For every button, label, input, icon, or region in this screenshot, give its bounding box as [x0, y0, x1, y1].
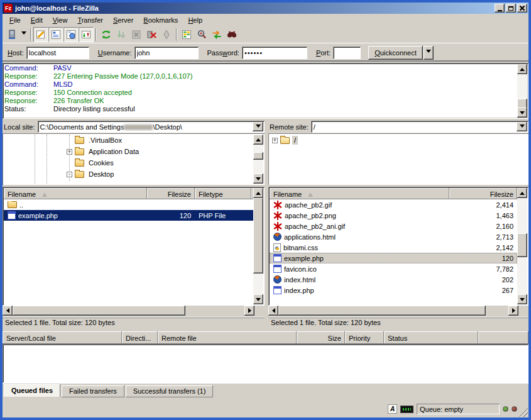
remote-file-row[interactable]: bitnami.css 2,142 [270, 242, 517, 253]
menu-view[interactable]: View [48, 15, 72, 25]
tree-item-virtualbox[interactable]: .VirtualBox [4, 135, 252, 146]
minimize-button[interactable] [495, 4, 505, 13]
column-header-filesize[interactable]: Filesize [449, 188, 517, 199]
toggle-message-log-button[interactable] [33, 27, 48, 42]
remote-horizontal-scrollbar[interactable] [268, 306, 518, 316]
directory-comparison-button[interactable] [179, 27, 194, 42]
column-header-direction[interactable]: Directi... [122, 331, 158, 344]
menu-bookmarks[interactable]: Bookmarks [139, 15, 182, 25]
port-input[interactable] [333, 47, 361, 59]
scroll-thumb[interactable] [517, 233, 527, 257]
column-header-size[interactable]: Size [297, 331, 345, 344]
scroll-down-button[interactable] [517, 108, 527, 118]
menu-edit[interactable]: Edit [26, 15, 47, 25]
menu-transfer[interactable]: Transfer [73, 15, 107, 25]
remote-list-scrollbar[interactable] [517, 188, 527, 304]
cancel-operation-button[interactable] [129, 27, 144, 42]
tree-item-desktop[interactable]: -Desktop [4, 169, 252, 180]
toggle-local-tree-button[interactable] [48, 27, 63, 42]
remote-file-row[interactable]: favicon.ico 7,782 [270, 263, 517, 274]
local-file-row-selected[interactable]: example.php 120 PHP File 1 [4, 210, 253, 221]
remote-tree-icon [65, 29, 77, 40]
scroll-right-button[interactable] [508, 306, 518, 316]
remote-file-row[interactable]: applications.html 2,713 [270, 231, 517, 242]
tab-queued-files[interactable]: Queued files [4, 384, 60, 397]
scroll-left-button[interactable] [3, 306, 13, 316]
column-header-filesize[interactable]: Filesize [147, 188, 195, 199]
reconnect-button[interactable] [159, 27, 174, 42]
column-header-status[interactable]: Status [384, 331, 478, 344]
find-files-button[interactable] [194, 27, 209, 42]
column-header-server-local-file[interactable]: Server/Local file [3, 331, 122, 344]
resize-grip[interactable] [519, 408, 528, 417]
arrow-up-icon [256, 189, 261, 195]
arrow-down-icon [520, 298, 525, 304]
disconnect-button[interactable] [144, 27, 159, 42]
image-file-icon [273, 211, 282, 220]
local-file-row-parent[interactable]: .. [4, 199, 253, 210]
column-header-filename[interactable]: Filename [4, 188, 147, 199]
scroll-left-button[interactable] [268, 306, 278, 316]
tree-item-application-data[interactable]: +Application Data [4, 146, 252, 157]
scroll-thumb[interactable] [13, 306, 185, 316]
site-manager-button[interactable] [4, 27, 19, 42]
expand-icon[interactable]: + [272, 138, 278, 143]
menu-help[interactable]: Help [183, 15, 207, 25]
remote-path-dropdown-button[interactable] [517, 122, 527, 131]
synchronized-browsing-button[interactable] [209, 27, 224, 42]
host-input[interactable] [26, 47, 89, 59]
column-header-priority[interactable]: Priority [345, 331, 384, 344]
tree-item-cookies[interactable]: Cookies [4, 157, 252, 169]
remote-file-row[interactable]: index.php 267 [270, 285, 517, 296]
local-tree-scrollbar[interactable] [253, 135, 263, 184]
refresh-button[interactable] [99, 27, 114, 42]
php-file-icon [273, 254, 282, 262]
encryption-indicator-icon[interactable] [400, 406, 413, 413]
column-header-filetype[interactable]: Filetype [195, 188, 251, 199]
scroll-right-button[interactable] [244, 306, 255, 316]
local-path-dropdown-button[interactable] [253, 122, 263, 131]
tab-successful-transfers[interactable]: Successful transfers (1) [126, 385, 214, 397]
scroll-up-button[interactable] [517, 188, 527, 198]
process-queue-button[interactable] [114, 27, 129, 42]
scroll-thumb[interactable] [253, 152, 263, 160]
column-header-remote-file[interactable]: Remote file [158, 331, 297, 344]
remote-file-row[interactable]: apache_pb2_ani.gif 2,160 [270, 221, 517, 231]
quickconnect-dropdown-button[interactable] [424, 46, 434, 60]
remote-directory-tree: +/ [268, 133, 528, 185]
column-header-filename[interactable]: Filename [270, 188, 449, 199]
scroll-down-button[interactable] [253, 174, 263, 184]
data-type-indicator-icon[interactable]: A [388, 404, 397, 414]
remote-file-row[interactable]: apache_pb2.gif 2,414 [270, 199, 517, 210]
file-size: 1,463 [449, 212, 517, 219]
scroll-thumb[interactable] [278, 306, 486, 316]
scroll-down-button[interactable] [517, 294, 527, 304]
filename-filters-button[interactable] [224, 27, 239, 42]
toggle-transfer-queue-button[interactable] [79, 27, 94, 42]
tab-failed-transfers[interactable]: Failed transfers [62, 385, 124, 397]
local-list-scrollbar[interactable] [253, 188, 263, 304]
scroll-up-button[interactable] [517, 64, 527, 74]
remote-file-row[interactable]: index.html 202 [270, 274, 517, 285]
username-input[interactable] [134, 47, 199, 59]
remote-path-combobox[interactable]: / [311, 121, 528, 133]
local-horizontal-scrollbar[interactable] [3, 306, 255, 316]
scroll-down-button[interactable] [253, 294, 263, 304]
queue-list[interactable] [3, 344, 528, 383]
remote-file-row-selected[interactable]: example.php 120 [270, 253, 517, 263]
scroll-up-button[interactable] [253, 188, 263, 198]
local-path-combobox[interactable]: C:\Documents and Settings\Desktop\ [38, 121, 265, 133]
maximize-button[interactable] [506, 4, 516, 13]
toggle-remote-tree-button[interactable] [63, 27, 79, 42]
password-input[interactable] [242, 47, 307, 59]
remote-file-row[interactable]: apache_pb2.png 1,463 [270, 210, 517, 221]
quickconnect-button[interactable]: Quickconnect [368, 46, 423, 60]
close-button[interactable] [517, 4, 527, 13]
scroll-thumb[interactable] [253, 198, 263, 274]
log-scrollbar[interactable] [517, 64, 527, 118]
tree-item-root[interactable]: +/ [270, 135, 516, 146]
scroll-up-button[interactable] [253, 135, 263, 145]
menu-server[interactable]: Server [109, 15, 138, 25]
site-manager-dropdown-button[interactable] [19, 27, 28, 42]
menu-file[interactable]: File [5, 15, 25, 25]
